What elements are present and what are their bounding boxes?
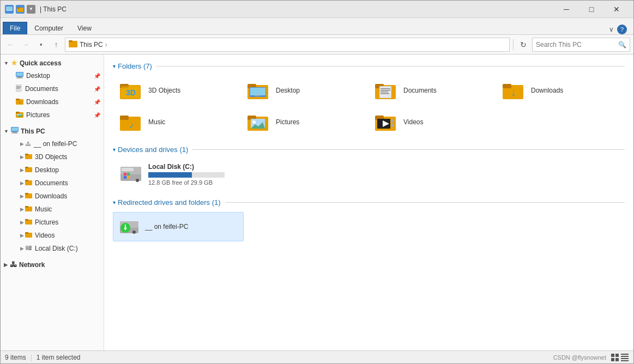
folder-item-videos[interactable]: Videos xyxy=(368,107,493,137)
sidebar-item-documents[interactable]: Documents 📌 xyxy=(1,82,104,95)
up-button[interactable]: ↑ xyxy=(50,38,63,51)
drive-icon-c xyxy=(118,163,144,185)
network-folder-icon: 🖧 xyxy=(25,141,31,147)
svg-rect-27 xyxy=(11,133,18,134)
sidebar: ▼ ★ Quick access Desktop 📌 xyxy=(1,54,104,350)
quick-access-label: Quick access xyxy=(20,59,62,67)
sidebar-subitem-music[interactable]: ▶ Music xyxy=(1,203,104,216)
search-input[interactable] xyxy=(536,41,618,48)
forward-button[interactable]: → xyxy=(19,38,32,51)
sidebar-item-pictures[interactable]: Pictures 📌 xyxy=(1,108,104,122)
this-pc-header[interactable]: ▼ This PC xyxy=(1,125,104,137)
details-view-button[interactable] xyxy=(620,353,629,362)
back-button[interactable]: ← xyxy=(4,38,17,51)
svg-rect-25 xyxy=(11,128,18,131)
sidebar-item-downloads[interactable]: ↓ Downloads 📌 xyxy=(1,95,104,108)
expand-pics2: ▶ xyxy=(20,220,24,225)
tab-computer[interactable]: Computer xyxy=(27,22,70,34)
svg-rect-85 xyxy=(124,176,126,179)
maximize-button[interactable]: □ xyxy=(579,1,604,18)
tab-view[interactable]: View xyxy=(70,22,99,34)
this-pc-icon xyxy=(11,127,19,135)
expand-docs2: ▶ xyxy=(20,180,24,186)
sidebar-subitem-3dobjects[interactable]: ▶ 3D Objects xyxy=(1,150,104,163)
view-icons xyxy=(611,353,629,362)
folders-grid: 3D 3D Objects xyxy=(113,76,625,137)
drive-space-c: 12.8 GB free of 29.9 GB xyxy=(148,179,225,186)
address-bar[interactable]: This PC › xyxy=(65,38,510,52)
sidebar-subitem-videos[interactable]: ▶ Videos xyxy=(1,229,104,242)
dl-folder-icon xyxy=(25,192,32,201)
svg-rect-84 xyxy=(127,173,130,175)
ribbon-more-button[interactable]: ∨ xyxy=(609,26,614,33)
drive-icon-sidebar xyxy=(25,245,32,253)
folder-item-desktop[interactable]: Desktop xyxy=(240,76,366,105)
sidebar-downloads-label: Downloads xyxy=(26,98,58,106)
svg-rect-93 xyxy=(611,354,614,357)
svg-rect-5 xyxy=(17,7,20,9)
large-icons-view-button[interactable] xyxy=(611,353,619,362)
sidebar-subitem-localdisk[interactable]: ▶ Local Disk (C:) xyxy=(1,242,104,255)
app-icon-down: ▼ xyxy=(27,5,35,14)
network-icon: 🖧 xyxy=(10,260,17,269)
redirected-section-header[interactable]: ▾ Redirected drives and folders (1) xyxy=(113,198,625,207)
address-separator: › xyxy=(105,41,107,48)
sidebar-subitem-downloads2[interactable]: ▶ Downloads xyxy=(1,190,104,203)
folder-icon-pictures xyxy=(245,111,271,133)
svg-rect-77 xyxy=(391,119,394,123)
help-button[interactable]: ? xyxy=(617,25,627,34)
folder-icon-documents xyxy=(373,80,399,101)
drives-section-header[interactable]: ▾ Devices and drives (1) xyxy=(113,145,625,154)
svg-rect-13 xyxy=(16,86,21,87)
sidebar-subitem-desktop2[interactable]: ▶ Desktop xyxy=(1,163,104,177)
sidebar-subitem-feifei[interactable]: ▶ 🖧 __ on feifei-PC xyxy=(1,137,104,150)
recent-locations-button[interactable]: ▾ xyxy=(34,38,47,51)
drives-title: Devices and drives (1) xyxy=(118,145,188,154)
svg-rect-82 xyxy=(122,168,134,171)
folder-item-pictures[interactable]: Pictures xyxy=(240,107,366,137)
network-header[interactable]: ▶ 🖧 Network xyxy=(1,258,104,271)
downloads-icon: ↓ xyxy=(16,98,23,107)
status-bar-right: CSDN @flysnownet xyxy=(553,353,629,362)
drive-bar-bg-c xyxy=(148,172,225,178)
app-icon-folder xyxy=(16,5,25,14)
svg-rect-53 xyxy=(250,88,265,95)
folder-item-downloads[interactable]: ↓ Downloads xyxy=(496,76,621,105)
sidebar-feifei-label: __ on feifei-PC xyxy=(34,140,77,148)
drive-name-c: Local Disk (C:) xyxy=(148,163,225,171)
folder-label-videos: Videos xyxy=(403,118,423,126)
refresh-button[interactable]: ↻ xyxy=(517,38,530,51)
drives-divider xyxy=(192,149,625,150)
quick-access-header[interactable]: ▼ ★ Quick access xyxy=(1,57,104,69)
expand-videos: ▶ xyxy=(20,233,24,238)
folders-section-header[interactable]: ▾ Folders (7) xyxy=(113,62,625,70)
sidebar-subitem-pictures2[interactable]: ▶ Pictures xyxy=(1,216,104,229)
pics-folder-icon xyxy=(25,219,32,227)
minimize-button[interactable]: ─ xyxy=(554,1,579,18)
svg-rect-59 xyxy=(381,90,390,91)
search-box[interactable]: 🔍 xyxy=(532,38,630,52)
address-folder-icon xyxy=(69,40,77,49)
3d-folder-icon xyxy=(25,153,32,161)
sidebar-pictures-label: Pictures xyxy=(26,111,50,119)
tab-file[interactable]: File xyxy=(3,22,27,34)
expand-dl2: ▶ xyxy=(20,193,24,199)
sidebar-item-desktop[interactable]: Desktop 📌 xyxy=(1,69,104,82)
address-path: This PC xyxy=(80,41,103,48)
svg-point-89 xyxy=(132,230,136,234)
quick-access-star-icon: ★ xyxy=(11,59,17,67)
folder-item-3dobjects[interactable]: 3D 3D Objects xyxy=(113,76,238,105)
nav-bar: ← → ▾ ↑ This PC › ↻ 🔍 xyxy=(1,35,633,54)
status-bar: 9 items | 1 item selected CSDN @flysnown… xyxy=(1,350,633,363)
drive-item-c[interactable]: Local Disk (C:) 12.8 GB free of 29.9 GB xyxy=(113,159,255,190)
redirected-item-feifei[interactable]: __ on feifei-PC xyxy=(113,212,244,241)
folder-item-documents[interactable]: Documents xyxy=(368,76,493,105)
sidebar-subitem-documents2[interactable]: ▶ Documents xyxy=(1,177,104,190)
svg-rect-31 xyxy=(25,167,28,168)
folder-item-music[interactable]: ♪ Music xyxy=(113,107,238,137)
desktop-folder-icon xyxy=(25,166,32,174)
close-button[interactable]: ✕ xyxy=(604,1,629,18)
window-controls: ─ □ ✕ xyxy=(554,1,629,18)
svg-text:↓: ↓ xyxy=(19,100,21,105)
desktop-icon xyxy=(16,72,23,80)
